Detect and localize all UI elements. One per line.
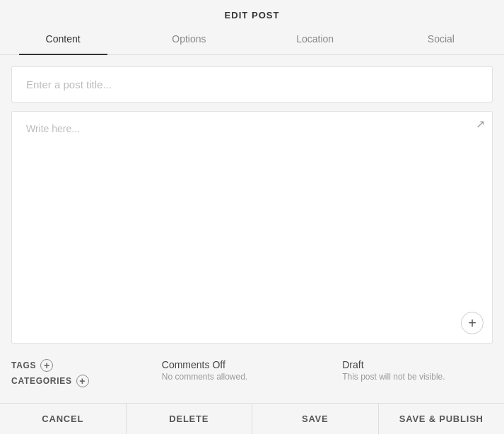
tab-options[interactable]: Options bbox=[126, 23, 252, 54]
footer: CANCEL DELETE SAVE SAVE & PUBLISH bbox=[0, 403, 504, 434]
meta-draft-section: Draft This post will not be visible. bbox=[342, 359, 493, 382]
main-content: ↗ + TAGS + CATEGORIES + Comments Off No … bbox=[0, 55, 504, 403]
page-title: EDIT POST bbox=[0, 0, 504, 20]
categories-label: CATEGORIES bbox=[11, 376, 72, 386]
post-body-input[interactable] bbox=[12, 112, 492, 343]
meta-row: TAGS + CATEGORIES + Comments Off No comm… bbox=[11, 352, 493, 392]
delete-button[interactable]: DELETE bbox=[127, 404, 253, 434]
tab-location[interactable]: Location bbox=[252, 23, 378, 54]
expand-icon[interactable]: ↗ bbox=[476, 117, 485, 131]
meta-comments-section: Comments Off No comments allowed. bbox=[162, 359, 342, 382]
comments-title: Comments Off bbox=[162, 359, 342, 370]
tags-item: TAGS + bbox=[11, 359, 162, 372]
header-title: EDIT POST bbox=[225, 10, 280, 20]
draft-subtitle: This post will not be visible. bbox=[342, 372, 493, 382]
save-publish-button[interactable]: SAVE & PUBLISH bbox=[379, 404, 505, 434]
cancel-button[interactable]: CANCEL bbox=[0, 404, 127, 434]
editor-wrapper: ↗ + bbox=[11, 111, 493, 344]
draft-title: Draft bbox=[342, 359, 493, 370]
tab-social[interactable]: Social bbox=[378, 23, 504, 54]
tags-label: TAGS bbox=[11, 360, 36, 370]
tab-bar: Content Options Location Social bbox=[0, 23, 504, 55]
add-category-button[interactable]: + bbox=[76, 375, 89, 387]
tab-content[interactable]: Content bbox=[0, 23, 126, 54]
categories-item: CATEGORIES + bbox=[11, 375, 162, 387]
add-tag-button[interactable]: + bbox=[40, 359, 53, 372]
add-button[interactable]: + bbox=[461, 312, 484, 334]
meta-tags-section: TAGS + CATEGORIES + bbox=[11, 359, 162, 387]
save-button[interactable]: SAVE bbox=[252, 404, 379, 434]
post-title-input[interactable] bbox=[11, 66, 493, 102]
comments-subtitle: No comments allowed. bbox=[162, 372, 342, 382]
